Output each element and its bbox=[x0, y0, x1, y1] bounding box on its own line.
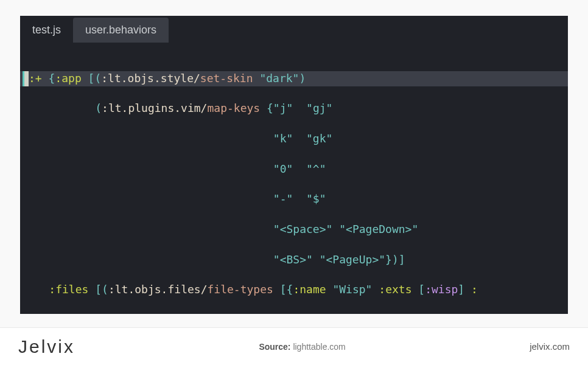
tab-user-behaviors[interactable]: user.behaviors bbox=[73, 18, 169, 43]
token-bracket: [ bbox=[88, 72, 95, 85]
token-string: "Wisp" bbox=[332, 283, 372, 296]
token-string: "^" bbox=[306, 162, 326, 175]
tab-bar: test.js user.behaviors bbox=[20, 16, 568, 43]
token-bracket: [ bbox=[102, 313, 108, 314]
token-keyword: :name bbox=[293, 283, 326, 296]
token-symbol: :wisp bbox=[425, 283, 458, 296]
token-string: "k" bbox=[273, 132, 293, 145]
token-keyword: :files bbox=[49, 283, 88, 296]
cursor bbox=[23, 71, 29, 86]
token-keyword: :exts bbox=[379, 283, 411, 296]
token-bracket: ( bbox=[95, 102, 102, 114]
token-fn: map-keys bbox=[207, 102, 260, 114]
token-keyword: :editor bbox=[49, 313, 95, 314]
token-namespace: :lt.objs.files/ bbox=[108, 283, 208, 296]
token-keyword: : bbox=[471, 283, 478, 296]
code-editor-window: test.js user.behaviors :+ {:app [(:lt.ob… bbox=[20, 16, 568, 314]
token-keyword: :+ bbox=[29, 72, 42, 85]
token-bracket: } bbox=[385, 253, 392, 266]
token-namespace: :lt.plugins.vim/ bbox=[108, 313, 214, 314]
code-line-4: "0" "^" bbox=[20, 162, 568, 177]
token-string: "<Space>" bbox=[273, 223, 333, 235]
token-bracket: ] bbox=[458, 283, 464, 296]
token-bracket: ) bbox=[299, 72, 306, 85]
footer-bar: Jelvix Source: lighttable.com jelvix.com bbox=[0, 327, 588, 365]
code-line-3: "k" "gk" bbox=[20, 131, 568, 147]
code-line-1: :+ {:app [(:lt.objs.style/set-skin "dark… bbox=[20, 71, 568, 86]
token-bracket: { bbox=[49, 72, 55, 85]
token-fn: file-types bbox=[207, 283, 273, 296]
token-bracket: [ bbox=[95, 283, 102, 296]
token-string: "dark" bbox=[259, 72, 299, 85]
site-url: jelvix.com bbox=[530, 341, 570, 352]
source-value: lighttable.com bbox=[291, 342, 346, 352]
source-label: Source: bbox=[259, 342, 290, 352]
token-string: "gj" bbox=[306, 102, 332, 114]
token-fn: set-skin bbox=[200, 72, 253, 85]
code-content[interactable]: :+ {:app [(:lt.objs.style/set-skin "dark… bbox=[20, 56, 568, 314]
token-namespace: :lt.plugins.vim/ bbox=[102, 102, 207, 114]
token-fn: activate-vim bbox=[214, 313, 293, 314]
code-line-9: :editor [:lt.plugins.vim/activate-vim bbox=[20, 313, 568, 314]
token-string: "<PageUp>" bbox=[320, 253, 385, 266]
code-line-5: "-" "$" bbox=[20, 192, 568, 207]
tab-test-js[interactable]: test.js bbox=[20, 18, 73, 43]
token-bracket: ] bbox=[399, 253, 405, 266]
brand-logo: Jelvix bbox=[18, 336, 75, 357]
token-namespace: :lt.objs.style/ bbox=[101, 72, 200, 85]
code-line-2: (:lt.plugins.vim/map-keys {"j" "gj" bbox=[20, 101, 568, 116]
source-attribution: Source: lighttable.com bbox=[259, 342, 345, 352]
token-string: "$" bbox=[306, 192, 326, 205]
token-bracket: [ bbox=[280, 283, 287, 296]
token-string: "j" bbox=[273, 102, 293, 114]
token-string: "<BS>" bbox=[273, 253, 313, 266]
token-string: "gk" bbox=[306, 132, 332, 145]
token-keyword: :app bbox=[55, 72, 81, 85]
token-bracket: ( bbox=[94, 72, 101, 85]
token-string: "-" bbox=[273, 192, 293, 205]
token-bracket: [ bbox=[418, 283, 425, 296]
code-line-6: "<Space>" "<PageDown>" bbox=[20, 222, 568, 237]
token-bracket: { bbox=[267, 102, 273, 114]
code-line-8: :files [(:lt.objs.files/file-types [{:na… bbox=[20, 282, 568, 297]
token-string: "<PageDown>" bbox=[339, 223, 418, 235]
token-string: "0" bbox=[273, 162, 293, 175]
code-line-7: "<BS>" "<PageUp>"})] bbox=[20, 252, 568, 268]
token-bracket: { bbox=[287, 283, 293, 296]
token-bracket: ( bbox=[102, 283, 108, 296]
token-bracket: ) bbox=[392, 253, 399, 266]
